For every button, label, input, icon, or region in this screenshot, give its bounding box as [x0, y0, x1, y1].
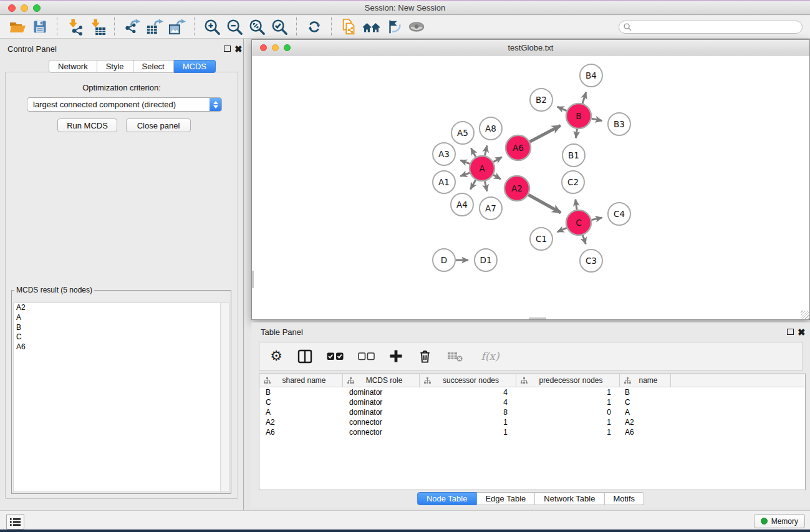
graph-edge-A-A1[interactable]	[460, 173, 470, 176]
table-cell[interactable]: 1	[516, 398, 620, 407]
table-cell[interactable]: A6	[620, 428, 671, 437]
tab-node-table[interactable]: Node Table	[417, 492, 477, 505]
column-header-successor-nodes[interactable]: successor nodes	[420, 374, 516, 387]
graph-node-A7[interactable]: A7	[480, 197, 502, 220]
table-cell[interactable]: 1	[516, 388, 620, 397]
graph-edge-B-B2[interactable]	[557, 107, 567, 111]
close-panel-button[interactable]: Close panel	[126, 118, 191, 132]
task-history-button[interactable]	[6, 514, 24, 530]
graph-node-C4[interactable]: C4	[608, 203, 630, 225]
graph-node-A4[interactable]: A4	[451, 193, 473, 216]
graph-node-D[interactable]: D	[433, 249, 455, 271]
graph-node-A8[interactable]: A8	[480, 117, 502, 140]
table-cell[interactable]: 4	[420, 398, 516, 407]
graph-edge-A-A7[interactable]	[485, 181, 488, 191]
mcds-result-item[interactable]: A2	[14, 303, 229, 313]
table-cell[interactable]: 0	[516, 408, 620, 417]
graph-edge-B-B1[interactable]	[576, 129, 577, 138]
result-scrollbar[interactable]	[220, 303, 229, 491]
float-table-panel-icon[interactable]	[787, 329, 794, 335]
graph-node-A3[interactable]: A3	[433, 143, 455, 165]
run-mcds-button[interactable]: Run MCDS	[57, 118, 117, 132]
graph-edge-C-C2[interactable]	[576, 200, 577, 210]
column-header-shared-name[interactable]: shared name	[259, 374, 343, 387]
delete-table-button[interactable]	[445, 348, 465, 364]
graph-edge-A-A2[interactable]	[493, 175, 501, 179]
graph-node-B[interactable]: B	[566, 104, 591, 128]
graph-edge-C-C1[interactable]	[557, 228, 567, 232]
graph-node-A2[interactable]: A2	[504, 176, 529, 201]
select-all-columns-button[interactable]	[325, 348, 344, 364]
export-network-button[interactable]	[121, 17, 143, 37]
table-cell[interactable]: 1	[420, 428, 516, 437]
network-graph[interactable]: B4B2BB3A5A8A6B1A3AA1C2A2A4A7C4CC1DD1C3	[252, 56, 809, 320]
tab-style[interactable]: Style	[97, 60, 133, 73]
table-row[interactable]: Adominator80A	[259, 407, 805, 417]
split-columns-button[interactable]	[297, 348, 313, 364]
deselect-all-columns-button[interactable]	[357, 348, 375, 364]
graph-edge-A-A8[interactable]	[485, 145, 488, 155]
table-cell[interactable]: A	[259, 408, 343, 417]
tab-select[interactable]: Select	[133, 60, 174, 73]
export-image-button[interactable]	[166, 17, 188, 37]
graph-node-C3[interactable]: C3	[580, 249, 602, 272]
graph-edge-A-A5[interactable]	[471, 148, 476, 157]
close-table-panel-icon[interactable]: ✖	[798, 329, 806, 336]
graph-node-A6[interactable]: A6	[506, 135, 531, 160]
zoom-out-button[interactable]	[223, 17, 246, 37]
resize-grip-icon[interactable]	[801, 311, 809, 319]
save-session-button[interactable]	[29, 17, 51, 37]
table-cell[interactable]: 1	[420, 418, 516, 427]
mcds-result-item[interactable]: A6	[14, 342, 229, 352]
tab-edge-table[interactable]: Edge Table	[476, 492, 535, 505]
table-cell[interactable]: A2	[259, 418, 343, 427]
table-cell[interactable]: 1	[516, 418, 620, 427]
graph-node-C1[interactable]: C1	[530, 228, 552, 250]
criterion-dropdown[interactable]: largest connected component (directed)	[27, 97, 222, 112]
float-panel-icon[interactable]	[224, 46, 231, 52]
tab-network-table[interactable]: Network Table	[535, 492, 604, 505]
graph-node-B2[interactable]: B2	[530, 89, 552, 111]
search-input[interactable]	[635, 22, 798, 32]
network-canvas[interactable]: B4B2BB3A5A8A6B1A3AA1C2A2A4A7C4CC1DD1C3	[252, 56, 809, 319]
graph-edge-B-B4[interactable]	[582, 92, 586, 104]
hide-graphics-details-button[interactable]	[383, 17, 405, 37]
mcds-result-item[interactable]: B	[14, 323, 229, 333]
table-cell[interactable]: 4	[420, 388, 516, 397]
table-cell[interactable]: C	[259, 398, 343, 407]
tab-mcds[interactable]: MCDS	[174, 60, 216, 73]
table-settings-button[interactable]: ⚙	[268, 348, 284, 364]
graph-edge-A-A3[interactable]	[460, 160, 470, 164]
tab-motifs[interactable]: Motifs	[604, 492, 644, 505]
table-cell[interactable]: dominator	[343, 398, 420, 407]
graph-node-A[interactable]: A	[470, 156, 494, 181]
open-session-button[interactable]	[6, 17, 29, 37]
network-overview-button[interactable]	[338, 17, 360, 37]
export-table-button[interactable]	[143, 17, 166, 37]
graph-edge-B-B3[interactable]	[592, 118, 602, 120]
graph-node-B3[interactable]: B3	[608, 113, 630, 135]
refresh-layout-button[interactable]	[303, 17, 325, 37]
graph-node-A5[interactable]: A5	[451, 122, 474, 144]
import-table-button[interactable]	[86, 17, 108, 37]
graph-edge-A2-C[interactable]	[528, 195, 561, 213]
graph-node-B4[interactable]: B4	[580, 64, 602, 87]
table-cell[interactable]: C	[620, 398, 671, 407]
delete-column-button[interactable]	[417, 348, 433, 364]
mcds-result-item[interactable]: C	[14, 332, 229, 342]
graph-node-C2[interactable]: C2	[562, 171, 584, 193]
table-cell[interactable]: A2	[620, 418, 671, 427]
graph-node-A1[interactable]: A1	[433, 171, 455, 193]
mcds-result-item[interactable]: A	[14, 313, 229, 323]
table-row[interactable]: A2connector11A2	[259, 417, 805, 427]
table-cell[interactable]: 1	[516, 428, 620, 437]
graph-edge-A-A6[interactable]	[493, 157, 502, 162]
column-header-name[interactable]: name	[620, 374, 671, 387]
import-network-button[interactable]	[64, 17, 86, 37]
table-cell[interactable]: B	[259, 388, 343, 397]
table-cell[interactable]: A6	[259, 428, 343, 437]
memory-button[interactable]: Memory	[754, 514, 805, 528]
table-row[interactable]: Cdominator41C	[259, 397, 805, 407]
column-header-MCDS-role[interactable]: MCDS role	[343, 374, 420, 387]
graph-edge-A6-B[interactable]	[530, 125, 561, 142]
